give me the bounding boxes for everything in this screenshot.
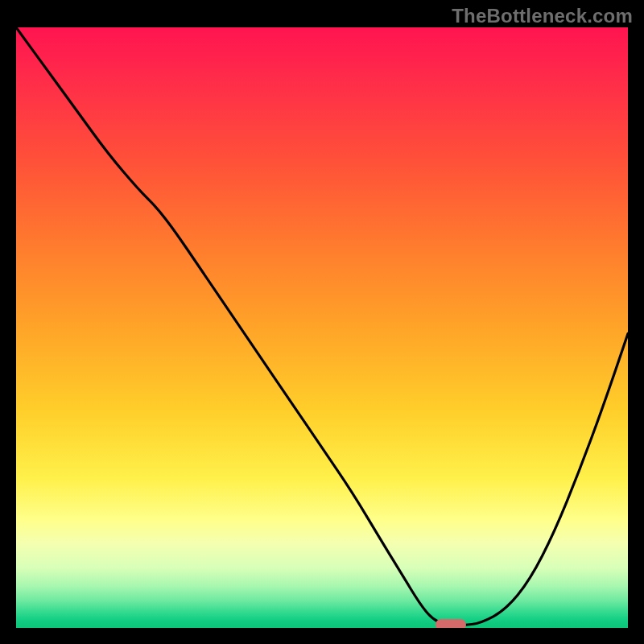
bottleneck-curve [16,27,628,628]
optimal-marker [436,619,466,628]
watermark-text: TheBottleneck.com [452,5,633,27]
plot-area [16,27,628,628]
chart-frame: TheBottleneck.com [0,0,644,644]
